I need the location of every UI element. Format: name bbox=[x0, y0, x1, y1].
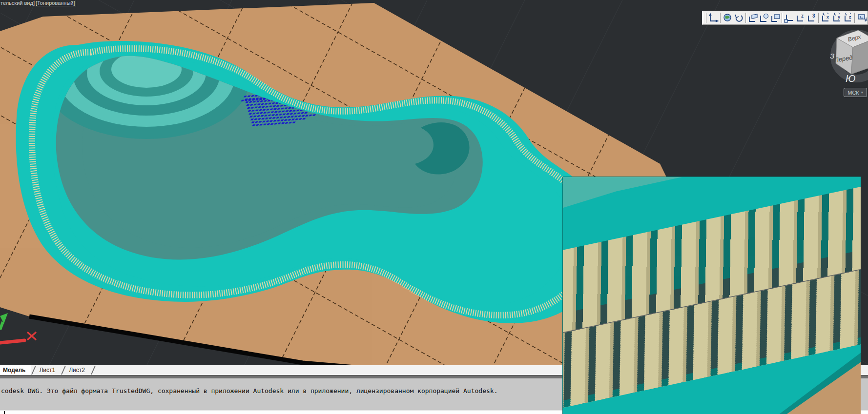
tab-model-label: Модель bbox=[3, 367, 25, 374]
ucs-view-icon bbox=[770, 13, 781, 23]
toolbar-grip[interactable] bbox=[703, 13, 706, 23]
ucs-x-rotate-button[interactable]: x bbox=[820, 12, 831, 23]
ucs-3-point-button[interactable]: 3 bbox=[806, 12, 817, 23]
ucs-world-button[interactable] bbox=[722, 12, 733, 23]
ucs-apply-icon bbox=[857, 13, 868, 23]
svg-text:x: x bbox=[827, 15, 829, 20]
ucs-previous-icon bbox=[733, 13, 744, 23]
viewport-view-name[interactable]: тельский вид] bbox=[0, 0, 35, 6]
toolbar-separator bbox=[720, 13, 721, 23]
chevron-down-icon: ▾ bbox=[861, 90, 863, 95]
toolbar-separator bbox=[782, 13, 783, 23]
ucs-x-rotate-icon: x bbox=[820, 13, 831, 23]
toolbar-separator bbox=[854, 13, 855, 23]
ucs-object-icon bbox=[759, 13, 769, 23]
ucs-origin-button[interactable] bbox=[784, 12, 795, 23]
ucs-3-point-icon: 3 bbox=[806, 13, 817, 23]
tab-layout2-label: Лист2 bbox=[69, 367, 85, 374]
tab-layout1[interactable]: Лист1 bbox=[36, 365, 61, 375]
tab-layout1-label: Лист1 bbox=[39, 367, 55, 374]
svg-text:z: z bbox=[849, 15, 851, 20]
ucs-face-icon bbox=[747, 13, 758, 23]
tab-model[interactable]: Модель bbox=[0, 365, 31, 375]
ucs-object-button[interactable] bbox=[758, 12, 769, 23]
toolbar-separator bbox=[818, 13, 819, 23]
ucs-previous-button[interactable] bbox=[733, 12, 744, 23]
ucs-icon bbox=[708, 13, 719, 23]
ucs-toolbar: z 3 x y bbox=[702, 11, 868, 25]
viewcube-south-label[interactable]: Ю bbox=[846, 73, 855, 84]
viewcube-west-label[interactable]: З bbox=[830, 52, 834, 60]
tab-layout2[interactable]: Лист2 bbox=[66, 365, 91, 375]
ucs-apply-button[interactable] bbox=[856, 12, 868, 23]
ucs-y-rotate-button[interactable]: y bbox=[831, 12, 842, 23]
ucs-view-button[interactable] bbox=[769, 12, 781, 23]
svg-text:z: z bbox=[801, 13, 804, 19]
ucs-world-icon bbox=[722, 13, 733, 23]
svg-text:3: 3 bbox=[812, 13, 815, 19]
tab-separator bbox=[91, 365, 96, 375]
ucs-z-rotate-button[interactable]: z bbox=[842, 12, 853, 23]
autocad-window: тельский вид][Тонированный] bbox=[0, 0, 868, 414]
ucs-z-rotate-icon: z bbox=[843, 13, 853, 23]
viewcube[interactable]: Верх Перед З Ю МСК ▾ bbox=[820, 24, 868, 102]
ucs-y-rotate-icon: y bbox=[831, 13, 842, 23]
ucs-z-axis-icon: z bbox=[795, 13, 806, 23]
zoom-inset-detail bbox=[562, 177, 861, 414]
wcs-dropdown-button[interactable]: МСК ▾ bbox=[844, 88, 867, 97]
ucs-origin-icon bbox=[784, 13, 794, 23]
text-cursor bbox=[4, 411, 5, 414]
viewport-visual-style[interactable]: [Тонированный] bbox=[35, 0, 76, 6]
tab-separator bbox=[31, 365, 36, 375]
toolbar-separator bbox=[745, 13, 746, 23]
tab-separator bbox=[61, 365, 66, 375]
svg-text:y: y bbox=[838, 15, 840, 20]
viewport-label[interactable]: тельский вид][Тонированный] bbox=[0, 0, 76, 6]
wcs-label: МСК bbox=[847, 90, 859, 96]
ucs-face-button[interactable] bbox=[747, 12, 759, 23]
ucs-button[interactable] bbox=[708, 12, 719, 23]
command-history-line: codesk DWG. Это файл формата TrustedDWG,… bbox=[1, 387, 497, 394]
ucs-z-axis-button[interactable]: z bbox=[795, 12, 806, 23]
